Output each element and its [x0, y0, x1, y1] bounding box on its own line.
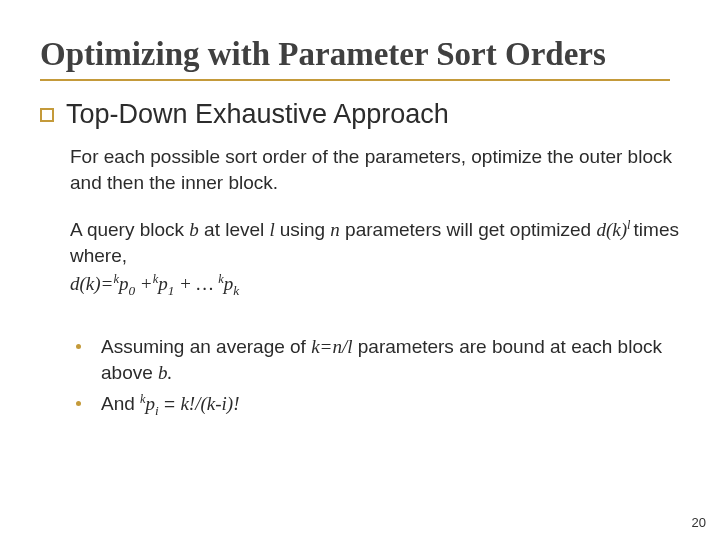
b1-knl: k=n/l — [311, 336, 352, 357]
body-content: For each possible sort order of the para… — [70, 144, 680, 417]
eq-pk: p — [224, 273, 234, 294]
main-bullet-row: Top-Down Exhaustive Approach — [40, 99, 680, 130]
slide-title: Optimizing with Parameter Sort Orders — [40, 36, 670, 81]
b1-seg1: Assuming an average of — [101, 336, 311, 357]
var-dk: d(k) — [596, 219, 627, 240]
var-b: b — [189, 219, 199, 240]
eq-plus1: + — [135, 273, 153, 294]
eq-lhs: d(k)= — [70, 273, 113, 294]
eq-p1: p — [158, 273, 168, 294]
var-n: n — [330, 219, 340, 240]
square-bullet-icon — [40, 108, 54, 122]
paragraph-2: A query block b at level l using n param… — [70, 217, 680, 296]
p2-seg2: at level — [199, 219, 270, 240]
eq-subk: k — [233, 282, 239, 297]
page-number: 20 — [692, 515, 706, 530]
slide: Optimizing with Parameter Sort Orders To… — [0, 0, 720, 540]
p2-seg4: parameters will get optimized — [340, 219, 597, 240]
main-heading: Top-Down Exhaustive Approach — [66, 99, 449, 130]
var-l: l — [270, 219, 280, 240]
bullet-row-2: And kpi = k!/(k-i)! — [76, 391, 680, 417]
equation: d(k)=kp0 +kp1 + … kpk — [70, 271, 680, 297]
b2-rhs: k!/(k-i)! — [180, 393, 239, 414]
b2-seg1: And — [101, 393, 140, 414]
b1-bvar: b. — [158, 362, 172, 383]
bullet-1-text: Assuming an average of k=n/l parameters … — [101, 334, 680, 385]
b2-eq: = — [159, 393, 181, 414]
dot-bullet-icon — [76, 344, 81, 349]
b2-p: p — [146, 393, 156, 414]
bullet-2-text: And kpi = k!/(k-i)! — [101, 391, 680, 417]
eq-plus2: + … — [174, 273, 218, 294]
paragraph-1: For each possible sort order of the para… — [70, 144, 680, 195]
sub-bullet-list: Assuming an average of k=n/l parameters … — [76, 334, 680, 417]
bullet-row-1: Assuming an average of k=n/l parameters … — [76, 334, 680, 385]
p2-seg3: using — [280, 219, 331, 240]
dot-bullet-icon — [76, 401, 81, 406]
p2-seg1: A query block — [70, 219, 189, 240]
eq-p0: p — [119, 273, 129, 294]
